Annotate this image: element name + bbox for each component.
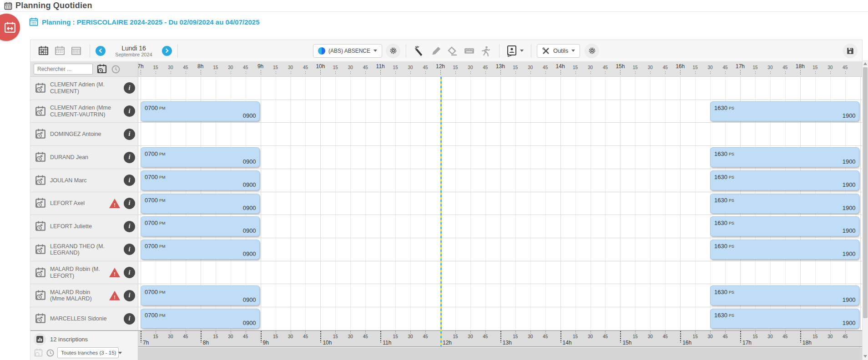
pencil-tool-button[interactable]	[429, 44, 443, 58]
row-timeline-lane[interactable]: 0700PM09001630PS1900	[138, 307, 862, 330]
search-input[interactable]	[34, 64, 93, 75]
calendar-clock-icon	[35, 220, 46, 232]
runner-tool-button[interactable]	[479, 44, 492, 58]
event-bar[interactable]: 0700PM0900	[141, 309, 260, 329]
scroll-up-arrow-icon[interactable]	[863, 62, 867, 65]
resource-label-cell[interactable]: MALARD Robin (M. LEFORT) ! i	[30, 261, 138, 285]
app-calendar-icon	[4, 2, 12, 10]
resource-label-cell[interactable]: JOULAN Marc i	[30, 169, 138, 192]
prev-day-button[interactable]	[96, 46, 106, 56]
bar-tag: PM	[159, 290, 166, 295]
row-timeline-lane[interactable]: 0700PM09001630PS1900	[138, 169, 862, 192]
gear-icon	[588, 46, 596, 55]
event-bar[interactable]: 1630PS1900	[710, 101, 859, 121]
badge-person-icon	[507, 45, 517, 57]
info-button[interactable]: i	[124, 82, 135, 94]
row-timeline-lane[interactable]: 0700PM09001630PS1900	[138, 215, 862, 238]
event-bar[interactable]: 1630PS1900	[710, 285, 859, 305]
event-bar[interactable]: 0700PM0900	[141, 101, 260, 121]
resource-name: LEGRAND THEO (M. LEGRAND)	[50, 243, 120, 256]
month-view-button[interactable]	[69, 44, 83, 58]
info-button[interactable]: i	[124, 129, 135, 140]
resource-label-cell[interactable]: MARCELLESI Sidonie i	[30, 307, 138, 330]
planning-title-link[interactable]: Planning : PERISCOLAIRE 2024-2025 - Du 0…	[42, 18, 260, 26]
row-timeline-lane[interactable]	[138, 77, 862, 100]
info-button[interactable]: i	[124, 244, 135, 255]
keyboard-tool-button[interactable]	[462, 44, 476, 58]
date-picker[interactable]: Lundi 16 Septembre 2024	[112, 45, 156, 57]
resource-label-cell[interactable]: CLEMENT Adrien (Mme CLEMENT-VAUTRIN) i	[30, 100, 138, 123]
event-bar[interactable]: 0700PM0900	[141, 285, 260, 305]
day-view-button[interactable]	[36, 44, 50, 58]
resource-label-cell[interactable]: LEFORT Axel ! i	[30, 192, 138, 215]
pencil-icon	[431, 45, 442, 56]
chevron-down-icon	[373, 50, 377, 52]
info-button[interactable]: i	[124, 105, 135, 117]
tranches-select[interactable]: Toutes tranches (3 - 15)	[57, 347, 119, 358]
info-button[interactable]: i	[124, 152, 135, 163]
bar-tag: PS	[729, 244, 734, 249]
bar-end-time: 1900	[843, 296, 856, 303]
resource-label-cell[interactable]: CLEMENT Adrien (M. CLEMENT) i	[30, 77, 138, 100]
change-planning-button[interactable]	[0, 14, 20, 41]
planning-grid: 7h1530458h1530459h15304510h15304511h1530…	[30, 62, 862, 360]
event-bar[interactable]: 1630PS1900	[710, 309, 859, 329]
row-timeline-lane[interactable]: 0700PM09001630PS1900	[138, 192, 862, 215]
magic-wand-tool-button[interactable]	[413, 44, 427, 58]
chevron-down-icon	[571, 50, 575, 52]
resource-label-cell[interactable]: LEFORT Juliette i	[30, 215, 138, 238]
info-button[interactable]: i	[124, 267, 135, 278]
scrollbar-thumb[interactable]	[863, 67, 868, 318]
resource-name: MALARD Robin (M. LEFORT)	[50, 266, 106, 279]
info-button[interactable]: i	[124, 221, 135, 232]
event-bar[interactable]: 0700PM0900	[141, 170, 260, 190]
event-bar[interactable]: 1630PS1900	[710, 170, 859, 190]
chevron-left-icon	[99, 49, 104, 53]
calendar-clock-icon[interactable]	[96, 64, 107, 75]
bar-end-time: 1900	[843, 158, 856, 165]
resource-label-cell[interactable]: DURAND Jean i	[30, 146, 138, 169]
absence-settings-button[interactable]	[386, 44, 400, 58]
resource-label-cell[interactable]: LEGRAND THEO (M. LEGRAND) i	[30, 238, 138, 261]
outils-menu-button[interactable]: Outils	[537, 44, 580, 58]
page-title: Planning Quotidien	[15, 1, 92, 10]
next-day-button[interactable]	[162, 46, 172, 56]
clock-icon[interactable]	[111, 65, 121, 74]
absence-select-value: (ABS) ABSENCE	[328, 48, 370, 54]
resource-name: MARCELLESI Sidonie	[50, 315, 120, 322]
resource-label-cell[interactable]: DOMINGEZ Antoine i	[30, 123, 138, 146]
event-bar[interactable]: 1630PS1900	[710, 240, 859, 260]
scroll-down-arrow-icon[interactable]	[863, 355, 867, 358]
event-bar[interactable]: 0700PM0900	[141, 147, 260, 167]
event-bar[interactable]: 0700PM0900	[141, 240, 260, 260]
row-timeline-lane[interactable]: 0700PM09001630PS1900	[138, 100, 862, 123]
info-button[interactable]: i	[124, 290, 135, 301]
event-bar[interactable]: 0700PM0900	[141, 194, 260, 214]
info-button[interactable]: i	[124, 198, 135, 209]
event-bar[interactable]: 0700PM0900	[141, 216, 260, 236]
info-button[interactable]: i	[124, 175, 135, 186]
eraser-tool-button[interactable]	[446, 44, 459, 58]
badge-person-menu[interactable]	[505, 44, 525, 58]
event-bar[interactable]: 1630PS1900	[710, 194, 859, 214]
row-timeline-lane[interactable]	[138, 261, 862, 285]
row-timeline-lane[interactable]: 0700PM09001630PS1900	[138, 146, 862, 169]
resource-label-cell[interactable]: MALARD Robin (Mme MALARD) ! i	[30, 284, 138, 307]
absence-type-select[interactable]: (ABS) ABSENCE	[313, 44, 382, 58]
event-bar[interactable]: 1630PS1900	[710, 216, 859, 236]
calendar-clock-icon	[35, 128, 46, 140]
info-button[interactable]: i	[124, 313, 135, 325]
event-bar[interactable]: 1630PS1900	[710, 147, 859, 167]
bar-tag: PM	[159, 221, 166, 225]
row-timeline-lane[interactable]: 0700PM09001630PS1900	[138, 284, 862, 307]
row-timeline-lane[interactable]: 0700PM09001630PS1900	[138, 238, 862, 261]
save-button[interactable]	[843, 44, 858, 58]
calendar-day-icon	[38, 45, 49, 56]
week-view-button[interactable]	[53, 44, 66, 58]
bar-start-time: 0700PM	[145, 312, 165, 319]
vertical-scrollbar[interactable]	[863, 60, 868, 360]
tools-icon	[542, 47, 550, 55]
planning-settings-button[interactable]	[585, 44, 599, 58]
row-timeline-lane[interactable]	[138, 123, 862, 146]
inscriptions-chart-button[interactable]	[34, 333, 46, 345]
